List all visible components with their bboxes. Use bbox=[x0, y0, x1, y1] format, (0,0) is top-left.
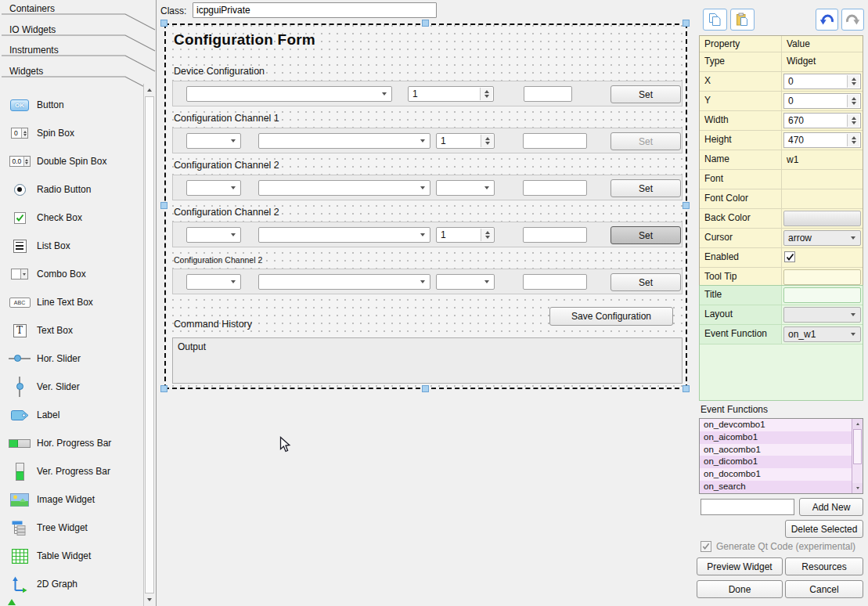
enabled-checkbox[interactable] bbox=[784, 251, 795, 262]
generate-qt-checkbox[interactable] bbox=[701, 541, 711, 552]
palette-item-vertical-progress-bar[interactable]: Ver. Progress Bar bbox=[0, 461, 142, 482]
channel2a-combo[interactable] bbox=[258, 180, 430, 196]
form-title[interactable]: Configuration Form bbox=[174, 31, 315, 49]
channel2a-set-button[interactable]: Set bbox=[610, 179, 681, 197]
scroll-down-icon[interactable] bbox=[144, 593, 155, 606]
selection-handle[interactable] bbox=[422, 20, 429, 27]
device-text-field[interactable] bbox=[524, 86, 572, 102]
channel2b-type-combo[interactable] bbox=[186, 227, 241, 243]
channel2c-set-button[interactable]: Set bbox=[610, 273, 681, 291]
spinner-arrows-icon[interactable] bbox=[847, 114, 859, 127]
palette-item-vertical-slider[interactable]: Ver. Slider bbox=[0, 377, 142, 397]
channel1-spin[interactable]: 1 bbox=[436, 133, 495, 149]
cursor-combo[interactable]: arrow bbox=[783, 230, 861, 246]
design-canvas[interactable]: Configuration Form Device Configuration … bbox=[164, 23, 687, 389]
spinner-arrows-icon[interactable] bbox=[847, 134, 859, 146]
undo-button[interactable] bbox=[816, 9, 838, 31]
channel2b-text-field[interactable] bbox=[523, 227, 587, 243]
palette-item-2d-graph[interactable]: 2D Graph bbox=[0, 574, 142, 594]
palette-item-double-spin-box[interactable]: 0.0 Double Spin Box bbox=[0, 151, 142, 171]
section-label-device-configuration[interactable]: Device Configuration bbox=[174, 66, 265, 77]
palette-section-io-widgets[interactable]: IO Widgets bbox=[9, 24, 56, 37]
palette-item-list-box[interactable]: List Box bbox=[0, 236, 142, 256]
new-event-function-input[interactable] bbox=[701, 499, 794, 515]
spinner-arrows-icon[interactable] bbox=[480, 88, 492, 100]
channel2c-value-combo[interactable] bbox=[436, 274, 495, 290]
selection-handle[interactable] bbox=[683, 385, 690, 392]
palette-item-line-text-box[interactable]: ABC Line Text Box bbox=[0, 292, 142, 312]
channel2a-type-combo[interactable] bbox=[186, 180, 241, 196]
selection-handle[interactable] bbox=[683, 202, 690, 209]
device-combo[interactable] bbox=[186, 86, 392, 102]
event-functions-list[interactable]: on_devcombo1 on_aicombo1 on_aocombo1 on_… bbox=[699, 418, 863, 494]
event-function-item[interactable]: on_docombo1 bbox=[700, 468, 852, 481]
back-color-button[interactable] bbox=[783, 211, 861, 226]
palette-item-horizontal-slider[interactable]: Hor. Slider bbox=[0, 348, 142, 369]
scroll-up-icon[interactable] bbox=[144, 84, 155, 96]
preview-widget-button[interactable]: Preview Widget bbox=[697, 557, 783, 575]
channel2c-type-combo[interactable] bbox=[186, 274, 241, 290]
palette-item-horizontal-progress-bar[interactable]: Hor. Progress Bar bbox=[0, 433, 142, 453]
palette-item-radio-button[interactable]: Radio Button bbox=[0, 179, 142, 200]
name-field[interactable]: w1 bbox=[782, 150, 863, 169]
command-history-output[interactable]: Output bbox=[172, 337, 683, 384]
save-configuration-button[interactable]: Save Configuration bbox=[549, 307, 673, 326]
cancel-button[interactable]: Cancel bbox=[785, 580, 863, 598]
event-function-item[interactable]: on_aocombo1 bbox=[700, 444, 852, 456]
event-list-scrollbar[interactable] bbox=[852, 419, 863, 493]
add-new-button[interactable]: Add New bbox=[799, 498, 863, 516]
channel1-combo[interactable] bbox=[258, 133, 430, 149]
x-spinbox[interactable]: 0 bbox=[783, 74, 861, 89]
scrollbar-thumb[interactable] bbox=[145, 96, 154, 593]
palette-item-button[interactable]: OK Button bbox=[0, 95, 142, 115]
channel1-set-button[interactable]: Set bbox=[610, 132, 681, 150]
device-spin[interactable]: 1 bbox=[408, 86, 494, 102]
height-spinbox[interactable]: 470 bbox=[783, 132, 861, 148]
scroll-down-icon[interactable] bbox=[852, 483, 863, 493]
selection-handle[interactable] bbox=[160, 20, 167, 27]
font-value[interactable] bbox=[781, 170, 863, 189]
spinner-arrows-icon[interactable] bbox=[847, 75, 859, 88]
class-input[interactable] bbox=[193, 2, 437, 18]
channel1-type-combo[interactable] bbox=[186, 133, 241, 149]
resources-button[interactable]: Resources bbox=[785, 557, 863, 575]
palette-item-spin-box[interactable]: 0 Spin Box bbox=[0, 123, 142, 143]
layout-combo[interactable] bbox=[783, 307, 861, 323]
palette-scrollbar[interactable] bbox=[143, 84, 155, 606]
palette-item-table-widget[interactable]: Table Widget bbox=[0, 546, 142, 566]
section-label-channel-2b[interactable]: Configuration Channel 2 bbox=[174, 207, 279, 218]
event-function-item[interactable]: on_aicombo1 bbox=[700, 431, 852, 444]
spinner-arrows-icon[interactable] bbox=[481, 229, 493, 241]
palette-section-instruments[interactable]: Instruments bbox=[9, 45, 59, 57]
event-function-item[interactable]: on_dicombo1 bbox=[700, 456, 852, 468]
palette-item-image-widget[interactable]: Image Widget bbox=[0, 489, 142, 510]
section-label-channel-1[interactable]: Configuration Channel 1 bbox=[174, 113, 279, 124]
channel2b-spin[interactable]: 1 bbox=[436, 227, 495, 243]
copy-button[interactable] bbox=[703, 9, 727, 31]
paste-button[interactable] bbox=[730, 9, 755, 31]
selection-handle[interactable] bbox=[683, 20, 690, 27]
selection-handle[interactable] bbox=[422, 385, 429, 392]
done-button[interactable]: Done bbox=[697, 580, 783, 598]
channel2c-combo[interactable] bbox=[258, 274, 430, 290]
section-label-channel-2c[interactable]: Configuration Channel 2 bbox=[174, 255, 262, 265]
channel1-text-field[interactable] bbox=[523, 133, 587, 149]
device-set-button[interactable]: Set bbox=[610, 85, 681, 103]
channel2b-set-button[interactable]: Set bbox=[610, 226, 681, 244]
spinner-arrows-icon[interactable] bbox=[847, 95, 859, 107]
event-function-item[interactable]: on_search bbox=[700, 481, 852, 493]
event-function-item[interactable]: on_devcombo1 bbox=[700, 419, 852, 431]
palette-section-containers[interactable]: Containers bbox=[9, 3, 55, 16]
channel2a-value-combo[interactable] bbox=[436, 180, 495, 196]
tool-tip-field[interactable] bbox=[783, 269, 861, 285]
width-spinbox[interactable]: 670 bbox=[783, 113, 861, 128]
event-function-combo[interactable]: on_w1 bbox=[783, 326, 861, 342]
palette-item-label[interactable]: Label bbox=[0, 405, 142, 425]
y-spinbox[interactable]: 0 bbox=[783, 93, 861, 109]
spinner-arrows-icon[interactable] bbox=[481, 135, 493, 147]
channel2c-text-field[interactable] bbox=[523, 274, 587, 290]
selection-handle[interactable] bbox=[160, 202, 167, 209]
title-field[interactable] bbox=[783, 287, 861, 303]
scrollbar-thumb[interactable] bbox=[853, 429, 862, 464]
section-label-channel-2a[interactable]: Configuration Channel 2 bbox=[174, 160, 279, 171]
